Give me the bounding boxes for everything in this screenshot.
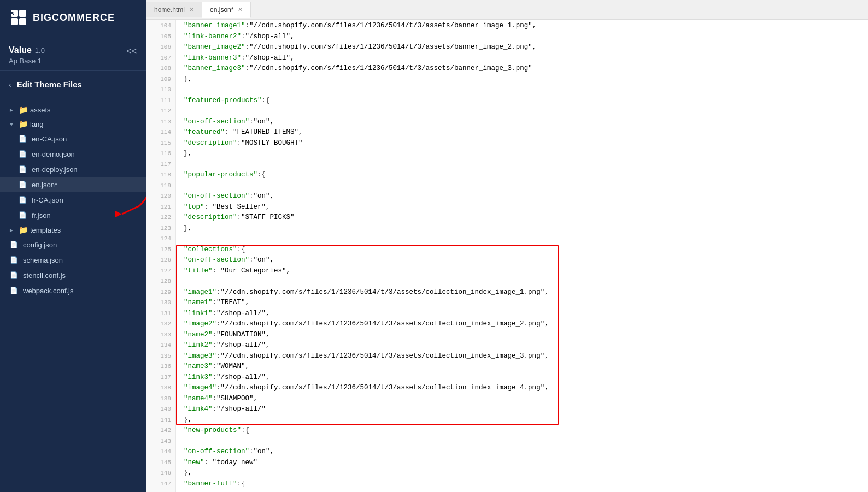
- code-line: "on-off-section":"on",: [184, 191, 868, 202]
- code-content[interactable]: "banner_image1":"//cdn.shopify.com/s/fil…: [176, 20, 868, 492]
- file-en-ca-json-label: en-CA.json: [32, 135, 67, 143]
- close-tab-home-html-icon[interactable]: ✕: [189, 6, 194, 13]
- file-schema-json[interactable]: 📄 schema.json: [0, 252, 146, 268]
- line-number: 113: [151, 117, 171, 128]
- code-line: "on-off-section":"on",: [184, 255, 868, 266]
- line-number: 104: [151, 21, 171, 32]
- line-number: 133: [151, 330, 171, 341]
- tab-bar: home.html ✕ en.json* ✕: [146, 0, 868, 20]
- line-number: 120: [151, 191, 171, 202]
- code-line: "link1":"/shop-all/",: [184, 309, 868, 319]
- collapse-sidebar-button[interactable]: <<: [125, 45, 138, 57]
- code-line: "image2":"//cdn.shopify.com/s/files/1/12…: [184, 319, 868, 330]
- line-number: 125: [151, 245, 171, 256]
- file-icon: 📄: [9, 240, 19, 250]
- line-number: 116: [151, 149, 171, 159]
- edit-theme-files-section[interactable]: ‹ Edit Theme Files: [0, 71, 146, 98]
- file-fr-json[interactable]: 📄 fr.json: [0, 208, 146, 223]
- line-number: 114: [151, 127, 171, 138]
- file-en-deploy-json[interactable]: 📄 en-deploy.json: [0, 162, 146, 177]
- code-editor[interactable]: 1041051061071081091101111121131141151161…: [146, 20, 868, 492]
- code-line: "collections":{: [184, 245, 868, 256]
- tab-home-html[interactable]: home.html ✕: [146, 2, 202, 17]
- code-line: },: [184, 468, 868, 479]
- code-line: "featured-products":{: [184, 96, 868, 106]
- code-line: [184, 489, 868, 492]
- code-line: "on-off-section":"on",: [184, 447, 868, 458]
- code-line: "banner_image2":"//cdn.shopify.com/s/fil…: [184, 42, 868, 53]
- bigcommerce-logo-icon: B: [9, 8, 28, 27]
- tab-home-html-label: home.html: [154, 6, 185, 14]
- code-line: "image3":"//cdn.shopify.com/s/files/1/12…: [184, 351, 868, 362]
- folder-lang[interactable]: ▼ 📁 lang: [0, 117, 146, 131]
- code-line: "top": "Best Seller",: [184, 202, 868, 213]
- svg-rect-3: [11, 18, 18, 25]
- file-icon: 📄: [17, 195, 27, 205]
- line-number: 124: [151, 234, 171, 245]
- back-chevron-icon[interactable]: ‹: [9, 80, 11, 89]
- line-number: 139: [151, 394, 171, 405]
- code-line: "on-off-section":"on",: [184, 117, 868, 128]
- file-en-demo-json-label: en-demo.json: [32, 150, 75, 158]
- file-en-json[interactable]: 📄 en.json*: [0, 177, 146, 192]
- code-line: [184, 106, 868, 117]
- line-number: 147: [151, 479, 171, 490]
- theme-version: 1.0: [35, 46, 45, 55]
- line-number: 127: [151, 266, 171, 277]
- code-line: [184, 181, 868, 192]
- line-number: 140: [151, 404, 171, 415]
- tab-en-json[interactable]: en.json* ✕: [202, 2, 251, 18]
- line-number: 126: [151, 255, 171, 266]
- line-number: 143: [151, 436, 171, 447]
- svg-rect-4: [19, 18, 26, 25]
- file-icon: 📄: [17, 149, 27, 159]
- line-number: 146: [151, 468, 171, 479]
- folder-templates[interactable]: ► 📁 templates: [0, 223, 146, 237]
- folder-lang-label: lang: [30, 120, 44, 128]
- close-tab-en-json-icon[interactable]: ✕: [238, 6, 243, 13]
- line-number: 122: [151, 212, 171, 223]
- file-fr-ca-json[interactable]: 📄 fr-CA.json: [0, 192, 146, 208]
- line-number: 115: [151, 138, 171, 149]
- file-webpack-conf-js[interactable]: 📄 webpack.conf.js: [0, 283, 146, 298]
- file-en-demo-json[interactable]: 📄 en-demo.json: [0, 146, 146, 162]
- theme-name: Value: [9, 45, 32, 55]
- line-number: 118: [151, 170, 171, 181]
- line-number: 108: [151, 63, 171, 74]
- line-number: 117: [151, 159, 171, 170]
- line-number: 121: [151, 202, 171, 213]
- folder-templates-chevron-icon: ►: [9, 227, 15, 233]
- file-en-ca-json[interactable]: 📄 en-CA.json: [0, 131, 146, 146]
- code-line: [184, 276, 868, 287]
- file-schema-json-label: schema.json: [23, 256, 63, 264]
- folder-templates-icon: 📁: [19, 226, 28, 234]
- folder-assets[interactable]: ► 📁 assets: [0, 103, 146, 117]
- code-line: "name4":"SHAMPOO",: [184, 394, 868, 405]
- code-line: "name1":"TREAT",: [184, 298, 868, 309]
- file-icon: 📄: [17, 180, 27, 189]
- code-line: "link-banner3":"/shop-all",: [184, 53, 868, 64]
- line-number: 137: [151, 372, 171, 383]
- code-line: "banner_image1":"//cdn.shopify.com/s/fil…: [184, 21, 868, 32]
- line-number: 110: [151, 85, 171, 96]
- code-line: },: [184, 74, 868, 85]
- svg-rect-2: [19, 10, 26, 17]
- line-numbers: 1041051061071081091101111121131141151161…: [146, 20, 176, 492]
- app-name: BIGCOMMERCE: [33, 12, 115, 23]
- line-number: 131: [151, 309, 171, 319]
- file-webpack-conf-js-label: webpack.conf.js: [23, 287, 74, 295]
- file-stencil-conf-js[interactable]: 📄 stencil.conf.js: [0, 268, 146, 283]
- folder-templates-label: templates: [30, 226, 61, 234]
- folder-icon: 📁: [19, 105, 28, 114]
- file-config-json[interactable]: 📄 config.json: [0, 237, 146, 252]
- code-line: "image1":"//cdn.shopify.com/s/files/1/12…: [184, 287, 868, 298]
- folder-chevron-down-icon: ▼: [9, 121, 15, 127]
- file-icon: 📄: [9, 286, 19, 295]
- folder-chevron-right-icon: ►: [9, 107, 15, 113]
- file-fr-json-label: fr.json: [32, 211, 51, 220]
- code-line: "image4":"//cdn.shopify.com/s/files/1/12…: [184, 383, 868, 394]
- file-config-json-label: config.json: [23, 241, 57, 249]
- code-line: "banner-full":{: [184, 479, 868, 490]
- main-editor-area: home.html ✕ en.json* ✕ 10410510610710810…: [146, 0, 868, 492]
- line-number: 128: [151, 276, 171, 287]
